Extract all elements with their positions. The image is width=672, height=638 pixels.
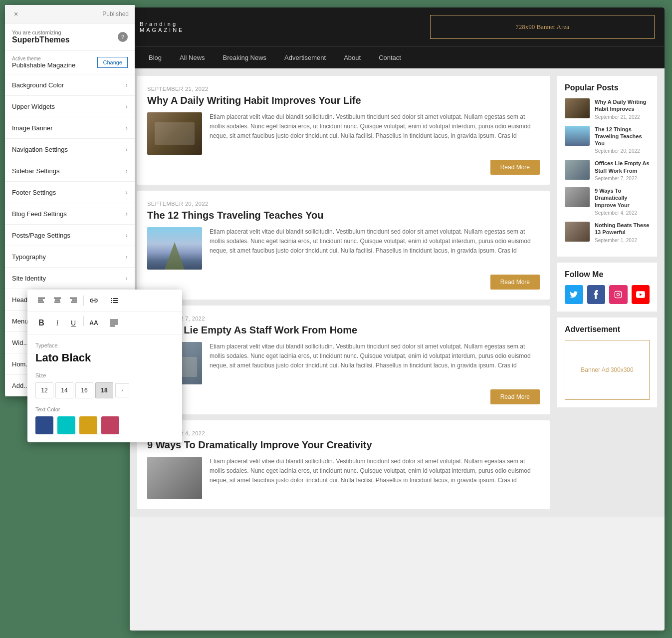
article-text: Etiam placerat velit vitae dui blandit s…	[210, 457, 540, 499]
article-body: Etiam placerat velit vitae dui blandit s…	[147, 112, 540, 155]
svg-rect-17	[110, 323, 118, 324]
menu-item-background-color[interactable]: Background Color ›	[5, 74, 135, 96]
svg-rect-6	[70, 298, 77, 299]
size-options: 12 14 16 18 ›	[35, 382, 174, 398]
article-text: Etiam placerat velit vitae dui blandit s…	[210, 112, 540, 155]
size-next-arrow[interactable]: ›	[115, 383, 129, 397]
size-14-button[interactable]: 14	[55, 382, 73, 398]
facebook-icon[interactable]	[587, 285, 606, 304]
menu-item-footer-settings[interactable]: Footer Settings ›	[5, 182, 135, 203]
youtube-icon[interactable]	[632, 285, 650, 304]
popular-post-info: Offices Lie Empty As Staff Work From Sep…	[595, 160, 650, 181]
popular-post-info: The 12 Things Traveling Teaches You Sept…	[595, 126, 650, 154]
italic-icon[interactable]: i	[49, 316, 65, 330]
svg-rect-0	[38, 298, 45, 299]
svg-rect-11	[113, 300, 118, 301]
align-left-icon[interactable]	[33, 294, 49, 308]
menu-item-site-identity[interactable]: Site Identity ›	[5, 268, 135, 289]
popular-post-date: September 1, 2022	[595, 238, 650, 243]
article-card: SEPTEMBER 7, 2022 Offices Lie Empty As S…	[137, 306, 550, 414]
svg-rect-7	[72, 300, 77, 301]
theme-label: Active theme	[12, 56, 75, 61]
nav-item-advertisement[interactable]: Advertisement	[275, 47, 335, 68]
nav-item-breaking-news[interactable]: Breaking News	[214, 47, 275, 68]
popular-post: Offices Lie Empty As Staff Work From Sep…	[565, 160, 650, 181]
advertisement-section: Advertisement Banner Ad 300x300	[557, 318, 657, 407]
nav-item-blog[interactable]: Blog	[140, 47, 171, 68]
paragraph-icon[interactable]	[106, 316, 122, 330]
article-body: Etiam placerat velit vitae dui blandit s…	[147, 457, 540, 499]
advertisement-title: Advertisement	[565, 325, 650, 334]
banner-area: 728x90 Banner Area	[430, 15, 655, 39]
typography-body: Typeface Lato Black Size 12 14 16 18 › T…	[27, 334, 182, 442]
nav-item-all-news[interactable]: All News	[171, 47, 214, 68]
svg-rect-13	[113, 302, 118, 303]
typeface-label: Typeface	[35, 342, 174, 348]
chevron-right-icon: ›	[125, 210, 128, 218]
article-body: Etiam placerat velit vitae dui blandit s…	[147, 342, 540, 384]
color-swatch-cyan[interactable]	[57, 416, 75, 434]
svg-rect-10	[111, 298, 112, 299]
popular-post-image	[565, 126, 590, 146]
color-swatch-blue[interactable]	[35, 416, 53, 434]
customizing-label: You are customizing	[12, 29, 70, 35]
read-more-button[interactable]: Read More	[490, 389, 540, 404]
banner-ad: Banner Ad 300x300	[565, 340, 650, 400]
text-color-label: Text Color	[35, 406, 174, 412]
theme-name: Publishable Magazine	[12, 61, 75, 69]
article-date: SEPTEMBER 20, 2022	[147, 201, 540, 207]
nav-item-contact[interactable]: Contact	[370, 47, 410, 68]
svg-rect-19	[615, 291, 622, 298]
uppercase-icon[interactable]: AA	[86, 316, 102, 330]
menu-item-typography[interactable]: Typography ›	[5, 246, 135, 268]
list-icon[interactable]	[106, 294, 122, 308]
customizer-close-button[interactable]: ×	[11, 9, 21, 19]
format-separator	[83, 316, 84, 326]
site-navigation: Blog All News Breaking News Advertisemen…	[130, 46, 665, 68]
size-16-button[interactable]: 16	[75, 382, 93, 398]
svg-rect-4	[55, 300, 60, 301]
twitter-icon[interactable]	[565, 285, 583, 304]
color-swatch-red[interactable]	[101, 416, 119, 434]
menu-item-sidebar-settings[interactable]: Sidebar Settings ›	[5, 160, 135, 182]
instagram-icon[interactable]	[609, 285, 628, 304]
popular-post-info: Nothing Beats These 13 Powerful Septembe…	[595, 222, 650, 243]
menu-item-upper-widgets[interactable]: Upper Widgets ›	[5, 96, 135, 117]
chevron-right-icon: ›	[125, 188, 128, 196]
chevron-right-icon: ›	[125, 102, 128, 110]
popular-post-title: Why A Daily Writing Habit Improves	[595, 98, 650, 113]
align-right-icon[interactable]	[65, 294, 81, 308]
svg-rect-1	[38, 300, 43, 301]
size-18-button[interactable]: 18	[95, 382, 113, 398]
svg-rect-15	[110, 319, 118, 320]
underline-icon[interactable]: U	[65, 316, 81, 330]
size-12-button[interactable]: 12	[35, 382, 53, 398]
customizer-info: You are customizing SuperbThemes ?	[5, 23, 135, 51]
bold-icon[interactable]: B	[33, 316, 49, 330]
svg-rect-16	[110, 321, 118, 322]
help-icon[interactable]: ?	[118, 32, 128, 42]
site-header: Branding MAGAZINE 728x90 Banner Area	[130, 7, 665, 46]
chevron-right-icon: ›	[125, 124, 128, 132]
size-label: Size	[35, 372, 174, 378]
link-icon[interactable]	[86, 294, 102, 308]
svg-rect-9	[113, 298, 118, 299]
menu-item-posts-page-settings[interactable]: Posts/Page Settings ›	[5, 225, 135, 246]
popular-post: The 12 Things Traveling Teaches You Sept…	[565, 126, 650, 154]
read-more-button[interactable]: Read More	[490, 160, 540, 175]
menu-item-image-banner[interactable]: Image Banner ›	[5, 117, 135, 139]
nav-item-about[interactable]: About	[335, 47, 370, 68]
customizer-header: × Published	[5, 5, 135, 23]
article-title: Why A Daily Writing Habit Improves Your …	[147, 95, 540, 106]
menu-item-blog-feed-settings[interactable]: Blog Feed Settings ›	[5, 203, 135, 225]
change-theme-button[interactable]: Change	[97, 57, 128, 68]
color-swatch-gold[interactable]	[79, 416, 97, 434]
chevron-right-icon: ›	[125, 167, 128, 175]
format-separator-2	[104, 316, 104, 326]
read-more-button[interactable]: Read More	[490, 275, 540, 290]
popular-post: Nothing Beats These 13 Powerful Septembe…	[565, 222, 650, 243]
article-card: SEPTEMBER 20, 2022 The 12 Things Traveli…	[137, 191, 550, 300]
article-date: SEPTEMBER 4, 2022	[147, 430, 540, 436]
menu-item-navigation-settings[interactable]: Navigation Settings ›	[5, 139, 135, 160]
align-center-icon[interactable]	[49, 294, 65, 308]
